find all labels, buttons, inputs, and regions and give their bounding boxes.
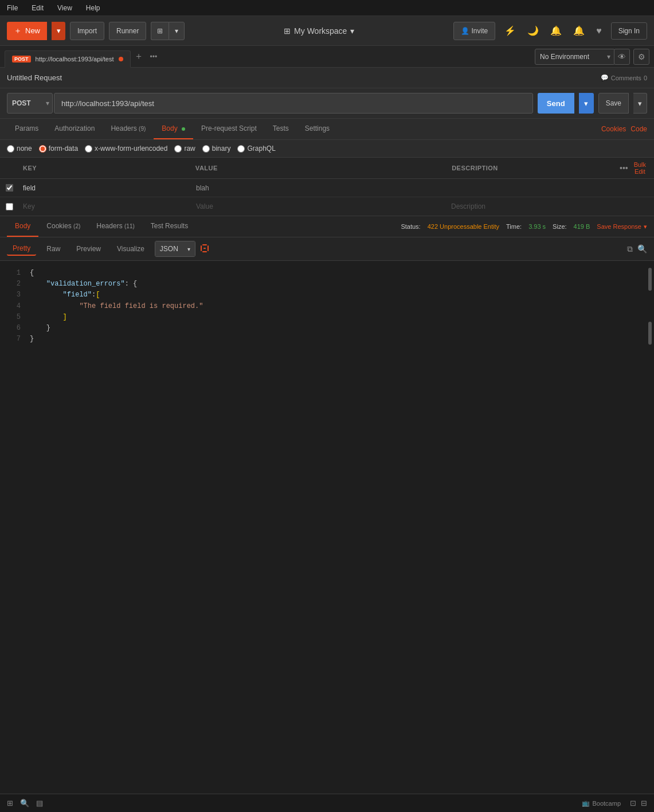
tab-bar: POST http://localhost:1993/api/test ＋ ••…: [0, 46, 654, 68]
invite-button[interactable]: 👤 Invite: [453, 22, 495, 40]
comments-button[interactable]: 💬 Comments 0: [601, 74, 647, 81]
svg-rect-1: [202, 244, 207, 245]
response-tab-test-results[interactable]: Test Results: [143, 216, 196, 237]
menu-view[interactable]: View: [55, 3, 75, 13]
tab-body[interactable]: Body: [154, 119, 193, 139]
status-panel-button[interactable]: ⊞: [7, 799, 13, 807]
row2-checkbox[interactable]: [6, 203, 13, 210]
response-tab-cookies[interactable]: Cookies (2): [38, 216, 88, 237]
format-select-arrow[interactable]: ▾: [183, 241, 195, 256]
toolbar-right-icons: 👤 Invite ⚡ 🌙 🔔 🔔 ♥ Sign In: [453, 22, 647, 40]
new-dropdown-button[interactable]: ▾: [52, 22, 65, 40]
code-link[interactable]: Code: [630, 125, 647, 133]
tab-params[interactable]: Params: [7, 119, 46, 139]
new-button-label: New: [25, 26, 40, 35]
request-tab[interactable]: POST http://localhost:1993/api/test: [5, 50, 131, 68]
lightning-icon-button[interactable]: ⚡: [502, 23, 518, 38]
row1-description[interactable]: [447, 185, 620, 192]
status-search-button[interactable]: 🔍: [20, 799, 29, 807]
send-button[interactable]: Send: [538, 93, 574, 114]
comments-label: Comments: [611, 75, 641, 81]
kv-more-button[interactable]: •••: [620, 163, 628, 173]
format-tab-raw[interactable]: Raw: [41, 243, 66, 255]
new-button[interactable]: ＋ New: [7, 22, 47, 40]
method-select[interactable]: POST GET PUT DELETE PATCH: [7, 93, 53, 114]
response-tab-headers[interactable]: Headers (11): [88, 216, 143, 237]
tab-settings[interactable]: Settings: [297, 119, 338, 139]
status-sidebar-button[interactable]: ▤: [36, 799, 43, 807]
svg-rect-2: [202, 251, 207, 252]
body-type-graphql[interactable]: GraphQL: [237, 145, 275, 153]
layout-button[interactable]: ⊞: [151, 22, 169, 40]
cookies-link[interactable]: Cookies: [601, 125, 626, 133]
body-type-raw[interactable]: raw: [174, 145, 195, 153]
row2-value[interactable]: Value: [191, 199, 447, 214]
kv-table-header: KEY VALUE DESCRIPTION ••• Bulk Edit: [0, 158, 654, 179]
bell-icon-button[interactable]: 🔔: [571, 23, 587, 38]
body-type-urlencoded[interactable]: x-www-form-urlencoded: [85, 145, 167, 153]
send-chevron-icon: ▾: [584, 99, 588, 108]
environment-settings-button[interactable]: ⚙: [633, 49, 649, 65]
layout-two-pane-button[interactable]: ⊡: [630, 799, 636, 807]
import-button[interactable]: Import: [70, 22, 104, 40]
row1-key[interactable]: field: [18, 181, 191, 196]
row1-checkbox[interactable]: [6, 184, 13, 192]
format-equalizer-button[interactable]: [200, 244, 209, 255]
bootcamp-label: Bootcamp: [592, 800, 621, 807]
tab-headers[interactable]: Headers (9): [103, 119, 154, 139]
bootcamp-icon: 📺: [582, 799, 590, 807]
moon-icon-button[interactable]: 🌙: [525, 23, 541, 38]
url-input[interactable]: [54, 93, 533, 114]
bootcamp-button[interactable]: 📺 Bootcamp: [582, 799, 621, 807]
format-tab-preview[interactable]: Preview: [71, 243, 107, 255]
comment-icon: 💬: [601, 74, 609, 81]
search-response-button[interactable]: 🔍: [637, 244, 647, 254]
time-value: 3.93 s: [528, 223, 546, 230]
layout-single-pane-button[interactable]: ⊟: [641, 799, 647, 807]
invite-icon: 👤: [461, 27, 469, 35]
body-type-none[interactable]: none: [7, 145, 32, 153]
body-type-form-data[interactable]: form-data: [39, 145, 78, 153]
heart-icon-button[interactable]: ♥: [594, 24, 604, 38]
format-tab-visualize[interactable]: Visualize: [111, 243, 150, 255]
size-value: 419 B: [574, 223, 590, 230]
layout-dropdown-button[interactable]: ▾: [169, 22, 185, 40]
row2-key[interactable]: Key: [18, 199, 191, 214]
environment-select[interactable]: No Environment: [535, 49, 615, 65]
body-type-binary[interactable]: binary: [202, 145, 231, 153]
tab-url: http://localhost:1993/api/test: [36, 56, 114, 63]
send-dropdown-button[interactable]: ▾: [579, 93, 594, 114]
format-type-select-wrap: JSON XML HTML Text ▾: [155, 241, 195, 257]
workspace-button[interactable]: ⊞ My Workspace ▾: [284, 26, 354, 36]
add-tab-button[interactable]: ＋: [131, 50, 147, 63]
tab-pre-request-script[interactable]: Pre-request Script: [193, 119, 265, 139]
size-label: Size:: [553, 223, 566, 230]
save-button[interactable]: Save: [598, 93, 629, 114]
tab-tests[interactable]: Tests: [265, 119, 297, 139]
workspace-chevron-icon: ▾: [350, 26, 354, 36]
menu-help[interactable]: Help: [84, 3, 103, 13]
more-tabs-button[interactable]: •••: [147, 53, 161, 61]
runner-label: Runner: [116, 27, 139, 35]
format-type-select[interactable]: JSON XML HTML Text: [155, 241, 183, 256]
save-response-button[interactable]: Save Response ▾: [597, 223, 647, 231]
menu-edit[interactable]: Edit: [29, 3, 46, 13]
tab-method-badge: POST: [12, 56, 31, 63]
copy-response-button[interactable]: ⧉: [627, 244, 633, 254]
save-dropdown-button[interactable]: ▾: [633, 93, 647, 114]
format-tab-pretty[interactable]: Pretty: [7, 242, 36, 256]
kv-header-actions: ••• Bulk Edit: [620, 161, 654, 175]
row1-value[interactable]: blah: [191, 181, 447, 196]
sign-in-button[interactable]: Sign In: [611, 22, 647, 40]
runner-button[interactable]: Runner: [109, 22, 146, 40]
svg-rect-4: [203, 248, 206, 249]
response-tab-body[interactable]: Body: [7, 216, 38, 237]
status-value: 422 Unprocessable Entity: [428, 223, 499, 230]
tab-authorization[interactable]: Authorization: [46, 119, 103, 139]
row2-description[interactable]: Description: [447, 199, 620, 214]
layout-split-button: ⊞ ▾: [151, 22, 185, 40]
notification-icon-button[interactable]: 🔔: [548, 23, 564, 38]
bulk-edit-button[interactable]: Bulk Edit: [630, 161, 649, 175]
menu-file[interactable]: File: [5, 3, 20, 13]
environment-eye-button[interactable]: 👁: [614, 49, 630, 65]
